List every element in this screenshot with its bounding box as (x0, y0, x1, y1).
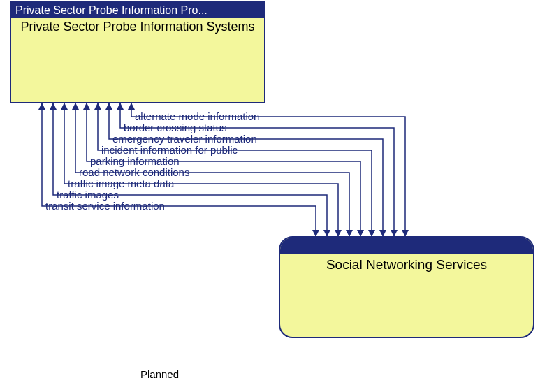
entity-top-header: Private Sector Probe Information Pro... (11, 3, 264, 18)
flow-label: road network conditions (79, 166, 189, 178)
flow-label: emergency traveler information (112, 133, 257, 145)
entity-social-networking-services[interactable]: Social Networking Services (279, 236, 534, 338)
legend-label: Planned (140, 368, 179, 380)
flow-label: transit service information (45, 200, 165, 212)
flow-label: alternate mode information (135, 110, 259, 122)
flow-label: parking information (90, 155, 180, 167)
flow-label: traffic images (57, 189, 119, 201)
flow-label: border crossing status (124, 122, 227, 133)
entity-bottom-header (280, 238, 533, 254)
flow-label: incident information for public (101, 144, 238, 156)
flow-label: traffic image meta data (68, 177, 174, 189)
entity-bottom-title: Social Networking Services (280, 254, 533, 274)
legend-line-planned (12, 375, 124, 375)
entity-top-title: Private Sector Probe Information Systems (11, 18, 264, 36)
entity-private-sector-probe-info-systems[interactable]: Private Sector Probe Information Pro... … (10, 1, 265, 103)
